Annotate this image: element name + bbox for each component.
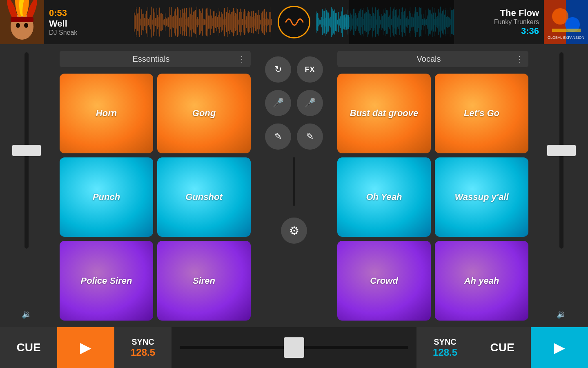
right-play-icon: ▶: [554, 339, 565, 356]
app-logo: [278, 6, 310, 38]
left-sync-bpm: 128.5: [131, 347, 155, 358]
left-playback-time: 0:53: [49, 8, 129, 18]
left-volume-icon: 🔉: [22, 309, 32, 319]
crossfader-area: [172, 346, 416, 349]
right-sync-button[interactable]: SYNC 128.5: [416, 327, 474, 368]
svg-point-9: [24, 23, 28, 28]
left-track-info: 0:53 Well DJ Sneak: [44, 0, 134, 44]
right-volume-thumb[interactable]: [547, 145, 576, 156]
pad-bust-dat-groove[interactable]: Bust dat groove: [337, 74, 431, 153]
left-play-button[interactable]: ▶: [57, 327, 114, 368]
pad-gong[interactable]: Gong: [157, 74, 251, 153]
right-album-image: GLOBAL EXPANSION: [544, 0, 588, 44]
right-pad-grid: Bust dat groove Let's Go Oh Yeah Wassup …: [337, 74, 528, 321]
left-album-image: [0, 0, 44, 44]
right-pads-section: Vocals ⋮ Bust dat groove Let's Go Oh Yea…: [331, 44, 535, 327]
loop-button[interactable]: ↻: [265, 56, 291, 83]
left-artist-name: DJ Sneak: [49, 29, 129, 36]
right-waveform: [316, 0, 454, 44]
left-play-icon: ▶: [80, 339, 91, 356]
right-track-info: The Flow Funky Trunkers 3:36: [454, 0, 544, 44]
left-section-title: Essentials: [65, 54, 238, 64]
left-volume-panel: 🔉: [0, 44, 53, 327]
left-waveform: [134, 0, 272, 44]
mic-controls-row: 🎤 🎤: [265, 90, 323, 116]
left-sync-button[interactable]: SYNC 128.5: [114, 327, 172, 368]
fx-button[interactable]: FX: [297, 56, 323, 83]
left-cue-button[interactable]: CUE: [0, 327, 57, 368]
right-track-name: The Flow: [500, 8, 539, 18]
left-section-header: Essentials ⋮: [60, 51, 251, 67]
right-volume-slider[interactable]: [559, 52, 564, 249]
pad-crowd[interactable]: Crowd: [337, 241, 431, 321]
pad-police-siren[interactable]: Police Siren: [60, 241, 153, 321]
center-logo: [272, 0, 316, 44]
svg-rect-7: [11, 17, 33, 22]
left-section-menu[interactable]: ⋮: [238, 54, 246, 64]
pad-wassup-yall[interactable]: Wassup y'all: [435, 157, 528, 237]
right-play-button[interactable]: ▶: [531, 327, 588, 368]
right-section-header: Vocals ⋮: [337, 51, 528, 67]
left-album-art: [0, 0, 44, 44]
top-controls-row: ↻ FX: [265, 56, 323, 83]
top-bar: 0:53 Well DJ Sneak The Flow Funky Trunke…: [0, 0, 588, 44]
right-section-title: Vocals: [342, 54, 515, 64]
pencil-controls-row: ✎ ✎: [265, 123, 323, 150]
pad-punch[interactable]: Punch: [60, 157, 153, 237]
center-divider: [293, 157, 295, 206]
right-cue-button[interactable]: CUE: [474, 327, 531, 368]
right-artist-name: Funky Trunkers: [494, 18, 539, 26]
right-section-menu[interactable]: ⋮: [515, 54, 523, 64]
left-edit-button[interactable]: ✎: [265, 123, 291, 150]
pad-ah-yeah[interactable]: Ah yeah: [435, 241, 528, 321]
left-sync-label: SYNC: [131, 337, 154, 347]
settings-button[interactable]: ⚙: [281, 218, 307, 244]
left-pads-section: Essentials ⋮ Horn Gong Punch Gunshot Pol…: [53, 44, 257, 327]
left-volume-thumb[interactable]: [12, 145, 41, 156]
right-volume-panel: 🔉: [535, 44, 588, 327]
pad-siren[interactable]: Siren: [157, 241, 251, 321]
main-area: 🔉 Essentials ⋮ Horn Gong Punch Gunshot P…: [0, 44, 588, 327]
right-playback-time: 3:36: [521, 26, 539, 36]
left-volume-slider[interactable]: [24, 52, 29, 249]
crossfader-thumb[interactable]: [284, 337, 304, 358]
svg-point-8: [16, 23, 20, 28]
right-edit-button[interactable]: ✎: [297, 123, 323, 150]
bottom-bar: CUE ▶ SYNC 128.5 SYNC 128.5 CUE ▶: [0, 327, 588, 368]
svg-text:GLOBAL EXPANSION: GLOBAL EXPANSION: [548, 36, 584, 40]
right-mic-button[interactable]: 🎤: [297, 90, 323, 116]
right-album-art: GLOBAL EXPANSION: [544, 0, 588, 44]
left-track-name: Well: [49, 18, 129, 29]
pad-oh-yeah[interactable]: Oh Yeah: [337, 157, 431, 237]
pad-lets-go[interactable]: Let's Go: [435, 74, 528, 153]
left-pad-grid: Horn Gong Punch Gunshot Police Siren Sir…: [60, 74, 251, 321]
pad-horn[interactable]: Horn: [60, 74, 153, 153]
right-volume-icon: 🔉: [557, 309, 567, 319]
right-sync-label: SYNC: [434, 337, 457, 347]
pad-gunshot[interactable]: Gunshot: [157, 157, 251, 237]
center-controls: ↻ FX 🎤 🎤 ✎ ✎ ⚙: [257, 44, 331, 327]
left-mic-button[interactable]: 🎤: [265, 90, 291, 116]
crossfader-track[interactable]: [180, 346, 408, 349]
right-sync-bpm: 128.5: [433, 347, 457, 358]
svg-rect-15: [552, 29, 581, 32]
